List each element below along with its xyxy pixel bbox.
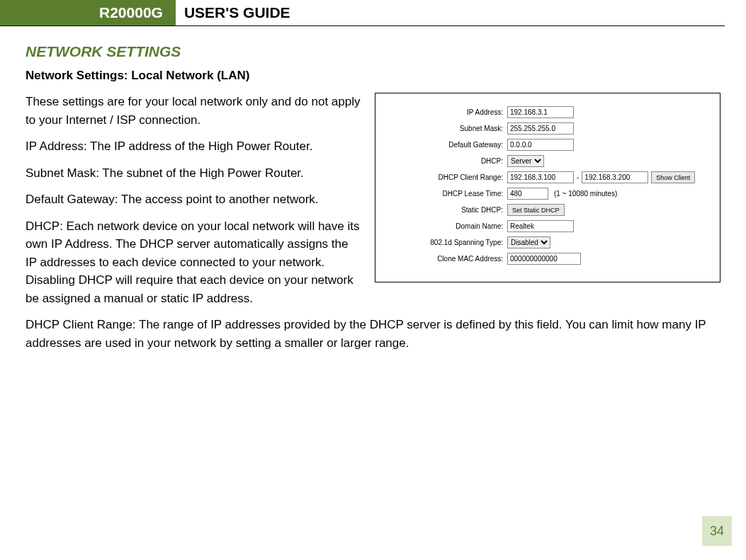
domain-input[interactable] (507, 220, 574, 232)
range-start-input[interactable] (507, 171, 574, 183)
label-static: Static DHCP: (384, 206, 507, 214)
label-ip: IP Address: (384, 108, 507, 116)
label-lease: DHCP Lease Time: (384, 190, 507, 198)
paragraph-range: DHCP Client Range: The range of IP addre… (26, 316, 720, 352)
range-separator: - (577, 173, 579, 181)
gateway-input[interactable] (507, 139, 574, 151)
dhcp-select[interactable]: Server (507, 155, 544, 167)
ip-input[interactable] (507, 106, 574, 118)
settings-screenshot: IP Address: Subnet Mask: Default Gateway… (375, 93, 720, 282)
page-number: 34 (702, 516, 732, 546)
label-domain: Domain Name: (384, 222, 507, 230)
section-subtitle: Network Settings: Local Network (LAN) (26, 69, 720, 83)
spanning-select[interactable]: Disabled (507, 236, 550, 248)
label-dhcp: DHCP: (384, 157, 507, 165)
page-content: NETWORK SETTINGS Network Settings: Local… (0, 26, 746, 360)
section-title: NETWORK SETTINGS (26, 43, 720, 60)
header-model: R20000G (0, 0, 176, 25)
show-client-button[interactable]: Show Client (651, 171, 695, 183)
lease-hint: (1 ~ 10080 minutes) (554, 190, 617, 198)
subnet-input[interactable] (507, 122, 574, 135)
clone-mac-input[interactable] (507, 253, 581, 265)
lease-input[interactable] (507, 188, 548, 200)
range-end-input[interactable] (582, 171, 648, 183)
page-header: R20000G USER'S GUIDE (0, 0, 725, 26)
set-static-dhcp-button[interactable]: Set Static DHCP (507, 204, 565, 216)
header-title: USER'S GUIDE (176, 0, 290, 25)
label-spanning: 802.1d Spanning Type: (384, 239, 507, 246)
label-clone: Clone MAC Address: (384, 255, 507, 263)
label-gateway: Default Gateway: (384, 141, 507, 149)
label-range: DHCP Client Range: (384, 173, 507, 181)
label-subnet: Subnet Mask: (384, 125, 507, 132)
